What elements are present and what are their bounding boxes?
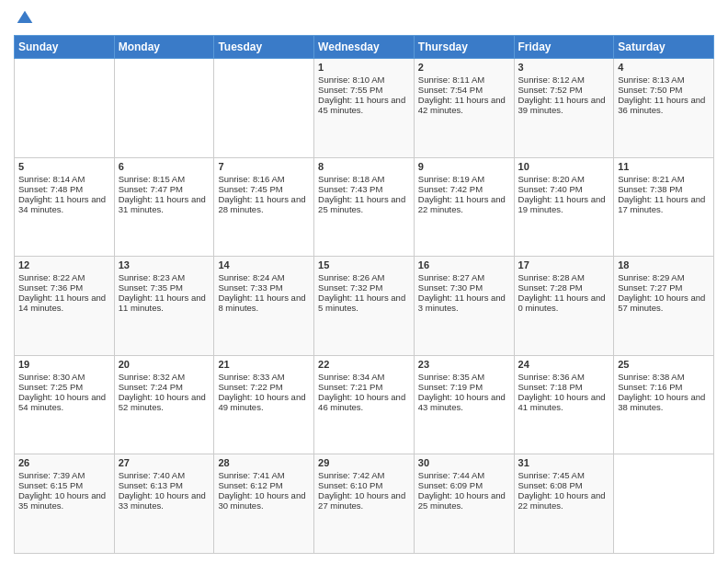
day-number: 9 bbox=[418, 161, 510, 172]
day-header-wednesday: Wednesday bbox=[314, 36, 415, 59]
day-info: Sunrise: 8:19 AM bbox=[418, 174, 510, 184]
calendar-header-row: SundayMondayTuesdayWednesdayThursdayFrid… bbox=[15, 36, 714, 59]
calendar-cell: 25Sunrise: 8:38 AMSunset: 7:16 PMDayligh… bbox=[614, 355, 714, 454]
day-info: Sunset: 7:28 PM bbox=[518, 282, 610, 293]
day-info: Daylight: 11 hours and 19 minutes. bbox=[518, 194, 610, 214]
day-info: Sunrise: 8:18 AM bbox=[318, 174, 410, 184]
day-info: Daylight: 11 hours and 42 minutes. bbox=[418, 95, 510, 115]
day-info: Sunset: 6:13 PM bbox=[119, 480, 210, 490]
day-info: Sunrise: 8:29 AM bbox=[618, 272, 710, 282]
day-number: 29 bbox=[318, 457, 410, 468]
day-info: Sunrise: 7:41 AM bbox=[218, 470, 310, 480]
calendar-cell: 10Sunrise: 8:20 AMSunset: 7:40 PMDayligh… bbox=[514, 157, 614, 257]
day-number: 17 bbox=[518, 259, 610, 270]
page: SundayMondayTuesdayWednesdayThursdayFrid… bbox=[0, 0, 728, 563]
day-info: Sunrise: 8:36 AM bbox=[518, 372, 610, 382]
calendar-cell bbox=[15, 59, 115, 158]
day-info: Sunrise: 8:28 AM bbox=[518, 272, 610, 282]
calendar-cell: 28Sunrise: 7:41 AMSunset: 6:12 PMDayligh… bbox=[214, 454, 314, 554]
calendar-cell: 13Sunrise: 8:23 AMSunset: 7:35 PMDayligh… bbox=[114, 257, 214, 356]
day-number: 1 bbox=[318, 62, 410, 73]
day-info: Daylight: 11 hours and 14 minutes. bbox=[18, 293, 110, 313]
day-info: Daylight: 10 hours and 30 minutes. bbox=[218, 490, 310, 511]
day-number: 2 bbox=[418, 62, 510, 73]
day-info: Sunrise: 8:11 AM bbox=[418, 75, 510, 85]
day-info: Daylight: 11 hours and 5 minutes. bbox=[318, 293, 410, 313]
calendar-cell: 18Sunrise: 8:29 AMSunset: 7:27 PMDayligh… bbox=[614, 257, 714, 356]
day-info: Daylight: 10 hours and 35 minutes. bbox=[18, 490, 110, 511]
day-info: Daylight: 10 hours and 46 minutes. bbox=[318, 392, 410, 412]
day-info: Sunset: 6:15 PM bbox=[18, 480, 110, 490]
day-info: Daylight: 10 hours and 52 minutes. bbox=[119, 392, 210, 412]
day-number: 27 bbox=[119, 457, 210, 468]
day-info: Sunset: 7:52 PM bbox=[518, 85, 610, 95]
day-info: Sunset: 7:30 PM bbox=[418, 282, 510, 293]
calendar-cell: 4Sunrise: 8:13 AMSunset: 7:50 PMDaylight… bbox=[614, 59, 714, 158]
day-number: 4 bbox=[618, 62, 710, 73]
day-info: Daylight: 11 hours and 8 minutes. bbox=[218, 293, 310, 313]
day-info: Sunset: 7:48 PM bbox=[18, 184, 110, 194]
day-info: Daylight: 10 hours and 54 minutes. bbox=[18, 392, 110, 412]
day-number: 15 bbox=[318, 259, 410, 270]
day-number: 24 bbox=[518, 359, 610, 370]
day-info: Daylight: 11 hours and 36 minutes. bbox=[618, 95, 710, 115]
calendar-table: SundayMondayTuesdayWednesdayThursdayFrid… bbox=[14, 35, 714, 554]
calendar-cell: 1Sunrise: 8:10 AMSunset: 7:55 PMDaylight… bbox=[314, 59, 415, 158]
day-info: Daylight: 11 hours and 3 minutes. bbox=[418, 293, 510, 313]
calendar-cell: 7Sunrise: 8:16 AMSunset: 7:45 PMDaylight… bbox=[214, 157, 314, 257]
day-info: Sunset: 7:55 PM bbox=[318, 85, 410, 95]
calendar-cell: 3Sunrise: 8:12 AMSunset: 7:52 PMDaylight… bbox=[514, 59, 614, 158]
calendar-cell: 14Sunrise: 8:24 AMSunset: 7:33 PMDayligh… bbox=[214, 257, 314, 356]
calendar-cell: 2Sunrise: 8:11 AMSunset: 7:54 PMDaylight… bbox=[414, 59, 514, 158]
day-info: Sunset: 6:08 PM bbox=[518, 480, 610, 490]
day-info: Sunrise: 8:30 AM bbox=[18, 372, 110, 382]
calendar-cell: 6Sunrise: 8:15 AMSunset: 7:47 PMDaylight… bbox=[114, 157, 214, 257]
day-header-thursday: Thursday bbox=[414, 36, 514, 59]
calendar-cell: 19Sunrise: 8:30 AMSunset: 7:25 PMDayligh… bbox=[15, 355, 115, 454]
day-info: Sunrise: 7:40 AM bbox=[119, 470, 210, 480]
day-header-tuesday: Tuesday bbox=[214, 36, 314, 59]
day-info: Sunset: 7:45 PM bbox=[218, 184, 310, 194]
calendar-cell bbox=[214, 59, 314, 158]
calendar-cell: 9Sunrise: 8:19 AMSunset: 7:42 PMDaylight… bbox=[414, 157, 514, 257]
day-info: Sunset: 7:42 PM bbox=[418, 184, 510, 194]
day-info: Sunrise: 8:22 AM bbox=[18, 272, 110, 282]
logo bbox=[14, 9, 34, 28]
day-info: Sunset: 7:54 PM bbox=[418, 85, 510, 95]
day-header-sunday: Sunday bbox=[15, 36, 115, 59]
day-info: Sunset: 7:43 PM bbox=[318, 184, 410, 194]
calendar-cell: 12Sunrise: 8:22 AMSunset: 7:36 PMDayligh… bbox=[15, 257, 115, 356]
calendar-cell: 21Sunrise: 8:33 AMSunset: 7:22 PMDayligh… bbox=[214, 355, 314, 454]
day-number: 25 bbox=[618, 359, 710, 370]
day-info: Sunrise: 8:26 AM bbox=[318, 272, 410, 282]
day-info: Sunrise: 8:10 AM bbox=[318, 75, 410, 85]
day-info: Sunset: 7:47 PM bbox=[119, 184, 210, 194]
day-header-friday: Friday bbox=[514, 36, 614, 59]
day-number: 11 bbox=[618, 161, 710, 172]
day-number: 3 bbox=[518, 62, 610, 73]
day-number: 19 bbox=[18, 359, 110, 370]
calendar-cell: 27Sunrise: 7:40 AMSunset: 6:13 PMDayligh… bbox=[114, 454, 214, 554]
day-info: Sunrise: 8:14 AM bbox=[18, 174, 110, 184]
day-number: 16 bbox=[418, 259, 510, 270]
day-info: Sunset: 7:40 PM bbox=[518, 184, 610, 194]
day-info: Daylight: 11 hours and 11 minutes. bbox=[119, 293, 210, 313]
day-info: Sunrise: 8:21 AM bbox=[618, 174, 710, 184]
calendar-cell: 30Sunrise: 7:44 AMSunset: 6:09 PMDayligh… bbox=[414, 454, 514, 554]
day-info: Sunset: 6:12 PM bbox=[218, 480, 310, 490]
day-number: 7 bbox=[218, 161, 310, 172]
calendar-cell bbox=[614, 454, 714, 554]
day-info: Sunset: 7:21 PM bbox=[318, 382, 410, 392]
calendar-cell: 11Sunrise: 8:21 AMSunset: 7:38 PMDayligh… bbox=[614, 157, 714, 257]
calendar-cell: 5Sunrise: 8:14 AMSunset: 7:48 PMDaylight… bbox=[15, 157, 115, 257]
day-info: Daylight: 11 hours and 39 minutes. bbox=[518, 95, 610, 115]
day-info: Daylight: 10 hours and 22 minutes. bbox=[518, 490, 610, 511]
day-number: 8 bbox=[318, 161, 410, 172]
calendar-cell: 31Sunrise: 7:45 AMSunset: 6:08 PMDayligh… bbox=[514, 454, 614, 554]
day-info: Sunset: 6:10 PM bbox=[318, 480, 410, 490]
day-info: Daylight: 10 hours and 27 minutes. bbox=[318, 490, 410, 511]
calendar-cell: 16Sunrise: 8:27 AMSunset: 7:30 PMDayligh… bbox=[414, 257, 514, 356]
day-info: Daylight: 10 hours and 57 minutes. bbox=[618, 293, 710, 313]
day-info: Sunset: 7:36 PM bbox=[18, 282, 110, 293]
day-info: Sunset: 7:18 PM bbox=[518, 382, 610, 392]
